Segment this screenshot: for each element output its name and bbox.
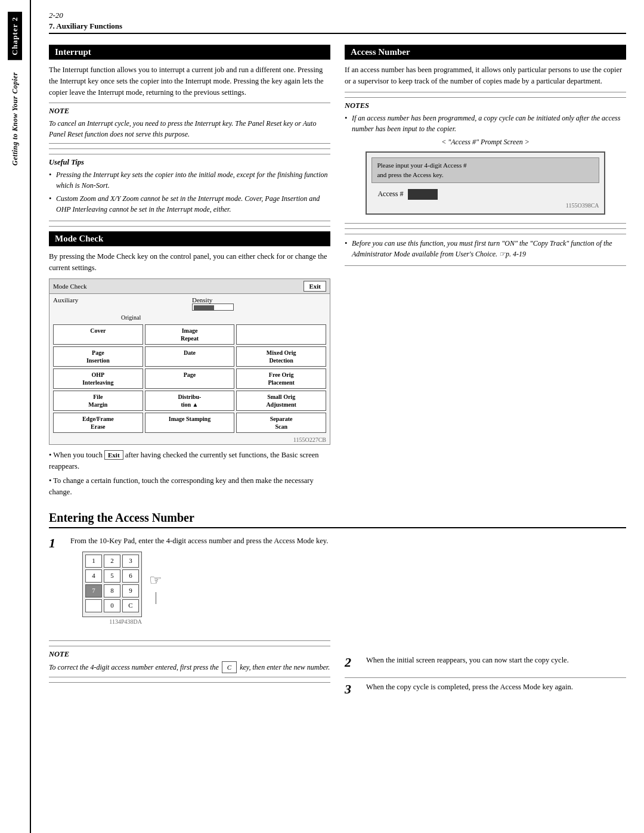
access-label: Access # xyxy=(377,190,403,199)
keypad-row4: 0 C xyxy=(85,599,139,612)
c-key-note-text: To correct the 4-digit access number ent… xyxy=(49,661,330,674)
mc-btn-image-stamp[interactable]: Image Stamping xyxy=(145,413,235,433)
mc-exit-inline[interactable]: Exit xyxy=(104,450,123,460)
mc-btn-mixed-orig[interactable]: Mixed OrigDetection xyxy=(236,346,326,367)
hand-icon: ☞ xyxy=(149,569,162,591)
access-screen-top: Please input your 4-digit Access # and p… xyxy=(371,157,599,183)
mc-btn-date[interactable]: Date xyxy=(145,346,235,367)
mode-check-body: By pressing the Mode Check key on the co… xyxy=(49,251,330,274)
keypad-row3: 7 8 9 xyxy=(85,584,139,597)
mc-btn-image-repeat[interactable]: ImageRepeat xyxy=(145,324,235,345)
access-input-row: Access # xyxy=(377,189,599,200)
density-slider-fill xyxy=(194,305,214,310)
key-5[interactable]: 5 xyxy=(104,569,120,583)
access-number-title: Access Number xyxy=(345,45,626,60)
keypad-caption: 1134P438DA xyxy=(82,617,142,626)
access-input-box xyxy=(408,189,438,200)
mc-btn-distribu[interactable]: Distribu-tion ▲ xyxy=(145,391,235,411)
keypad-wrapper: 1 2 3 4 5 6 xyxy=(82,552,330,628)
useful-tips-box: Useful Tips Pressing the Interrupt key s… xyxy=(49,154,330,221)
interrupt-title: Interrupt xyxy=(49,45,330,60)
mc-buttons-grid: Cover ImageRepeat PageInsertion Date Mix… xyxy=(49,322,330,435)
prompt-screen-label: < "Access #" Prompt Screen > xyxy=(345,138,626,147)
hand-arrow: ☞ xyxy=(149,569,162,605)
mode-check-ui: Mode Check Exit Auxiliary Density xyxy=(49,278,330,445)
col-left: Interrupt The Interrupt function allows … xyxy=(49,45,330,501)
mc-btn-free-orig[interactable]: Free OrigPlacement xyxy=(236,368,326,389)
density-slider xyxy=(192,304,234,311)
density-bar xyxy=(192,304,326,311)
mc-row1: Auxiliary Density xyxy=(49,294,330,313)
mc-btn-cover[interactable]: Cover xyxy=(53,324,143,345)
two-col-section: Interrupt The Interrupt function allows … xyxy=(49,45,626,501)
key-9[interactable]: 9 xyxy=(122,584,139,597)
mc-btn-edge-frame[interactable]: Edge/FrameErase xyxy=(53,413,143,433)
key-6[interactable]: 6 xyxy=(122,569,139,583)
mc-original: Original xyxy=(49,313,330,322)
keypad-row2: 4 5 6 xyxy=(85,569,139,583)
col-right: Access Number If an access number has be… xyxy=(345,45,626,501)
access-number-section: Access Number If an access number has be… xyxy=(345,45,626,266)
entering-title: Entering the Access Number xyxy=(49,511,626,528)
key-4[interactable]: 4 xyxy=(85,569,102,583)
chapter-label: Chapter 2 xyxy=(8,12,22,60)
c-key-label[interactable]: C xyxy=(222,661,237,674)
mc-btn-ohp[interactable]: OHPInterleaving xyxy=(53,368,143,389)
mc-exit-btn[interactable]: Exit xyxy=(304,281,326,292)
access-note2-list: Before you can use this function, you mu… xyxy=(345,238,626,259)
mode-check-section: Mode Check By pressing the Mode Check ke… xyxy=(49,231,330,498)
page-number: 2-20 xyxy=(49,11,626,20)
step1: 1 From the 10-Key Pad, enter the 4-digit… xyxy=(49,535,330,633)
divider1 xyxy=(49,148,330,149)
c-key-note-title: NOTE xyxy=(49,650,330,659)
access-notes-list: If an access number has been programmed,… xyxy=(345,113,626,134)
mc-header-label: Mode Check xyxy=(53,283,87,290)
step2-number: 2 xyxy=(345,655,359,670)
key-2[interactable]: 2 xyxy=(104,555,120,568)
key-7[interactable]: 7 xyxy=(85,584,102,597)
step2-content: When the initial screen reappears, you c… xyxy=(366,655,626,666)
key-c[interactable]: C xyxy=(122,599,139,612)
tip-1: Pressing the Interrupt key sets the copi… xyxy=(49,169,330,191)
key-1[interactable]: 1 xyxy=(85,555,102,568)
step1-content: From the 10-Key Pad, enter the 4-digit a… xyxy=(70,535,330,633)
key-8[interactable]: 8 xyxy=(104,584,120,597)
access-note2-ref: ☞p. 4-19 xyxy=(499,250,526,258)
useful-tips-title: Useful Tips xyxy=(49,158,330,167)
chapter-section: 7. Auxiliary Functions xyxy=(49,21,626,34)
interrupt-section: Interrupt The Interrupt function allows … xyxy=(49,45,330,221)
access-notes-box: NOTES If an access number has been progr… xyxy=(345,97,626,224)
interrupt-note: NOTE To cancel an Interrupt cycle, you n… xyxy=(49,103,330,144)
mc-btn-separate-scan[interactable]: SeparateScan xyxy=(236,413,326,433)
mc-density: Density xyxy=(192,296,326,311)
sidebar-subtitle: Getting to Know Your Copier xyxy=(11,72,20,166)
key-3[interactable]: 3 xyxy=(122,555,139,568)
mc-btn-page[interactable]: Page xyxy=(145,368,235,389)
keypad-diagram: 1 2 3 4 5 6 xyxy=(82,552,142,628)
mode-check-title: Mode Check xyxy=(49,231,330,246)
c-key-note: NOTE To correct the 4-digit access numbe… xyxy=(49,646,330,678)
arrow-line xyxy=(156,592,156,604)
page-header: 2-20 7. Auxiliary Functions xyxy=(49,11,626,40)
mc-auxiliary: Auxiliary xyxy=(53,296,187,311)
keypad-row1: 1 2 3 xyxy=(85,555,139,568)
key-0[interactable]: 0 xyxy=(104,599,120,612)
mc-btn-empty1 xyxy=(236,324,326,345)
step3-number: 3 xyxy=(345,682,359,697)
page-container: Chapter 2 Getting to Know Your Copier 2-… xyxy=(0,0,644,833)
mc-btn-file-margin[interactable]: FileMargin xyxy=(53,391,143,411)
mc-bullet2: • To change a certain function, touch th… xyxy=(49,475,330,498)
interrupt-note-title: NOTE xyxy=(49,107,330,116)
step3: 3 When the copy cycle is completed, pres… xyxy=(345,682,626,697)
mc-btn-page-insertion[interactable]: PageInsertion xyxy=(53,346,143,367)
tips-list: Pressing the Interrupt key sets the copi… xyxy=(49,169,330,215)
an-divider1 xyxy=(345,92,626,92)
step1-divider xyxy=(49,640,330,641)
entering-section: Entering the Access Number 1 From the 10… xyxy=(49,501,626,704)
step2: 2 When the initial screen reappears, you… xyxy=(345,655,626,670)
access-note2: Before you can use this function, you mu… xyxy=(345,238,626,259)
access-screen: Please input your 4-digit Access # and p… xyxy=(366,151,605,215)
mc-btn-small-orig[interactable]: Small OrigAdjustment xyxy=(236,391,326,411)
mc-caption: 1155O227CB xyxy=(49,435,330,444)
access-note1: If an access number has been programmed,… xyxy=(345,113,626,134)
